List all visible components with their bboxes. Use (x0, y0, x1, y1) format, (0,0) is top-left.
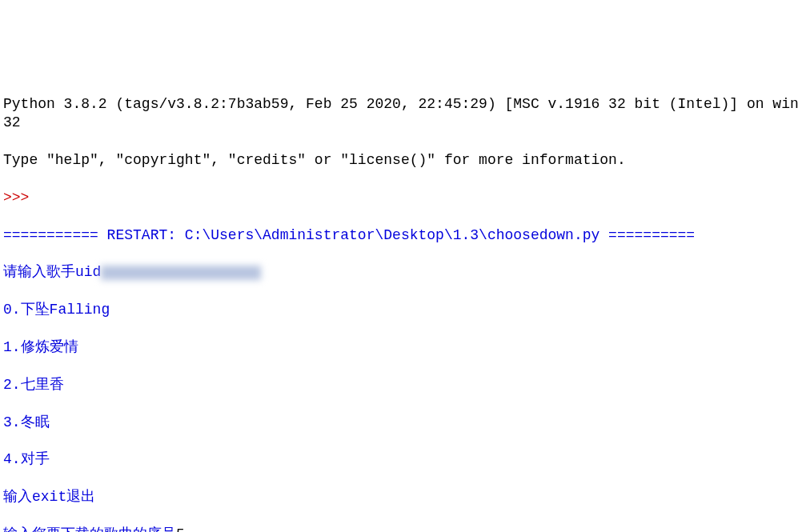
restart-line: =========== RESTART: C:\Users\Administra… (3, 226, 803, 245)
song-item: 2.七里香 (3, 376, 803, 394)
exit-hint: 输入exit退出 (3, 488, 803, 506)
uid-prompt-line: 请输入歌手uid████████████ (3, 263, 803, 282)
python-version: Python 3.8.2 (tags/v3.8.2:7b3ab59, Feb 2… (3, 95, 803, 133)
redacted-input: ████████████ (101, 266, 261, 280)
song-item: 3.冬眠 (3, 414, 803, 432)
user-input: 5 (176, 526, 185, 532)
prompt: >>> (3, 189, 803, 207)
download-prompt-line: 输入您要下载的歌曲的序号5 (3, 526, 803, 532)
song-item: 1.修炼爱情 (3, 338, 803, 357)
song-item: 0.下坠Falling (3, 301, 803, 319)
uid-prompt-text: 请输入歌手uid (3, 264, 101, 280)
help-hint: Type "help", "copyright", "credits" or "… (3, 151, 803, 170)
song-item: 4.对手 (3, 450, 803, 469)
python-console[interactable]: Python 3.8.2 (tags/v3.8.2:7b3ab59, Feb 2… (0, 75, 806, 532)
download-prompt: 输入您要下载的歌曲的序号 (3, 526, 176, 532)
